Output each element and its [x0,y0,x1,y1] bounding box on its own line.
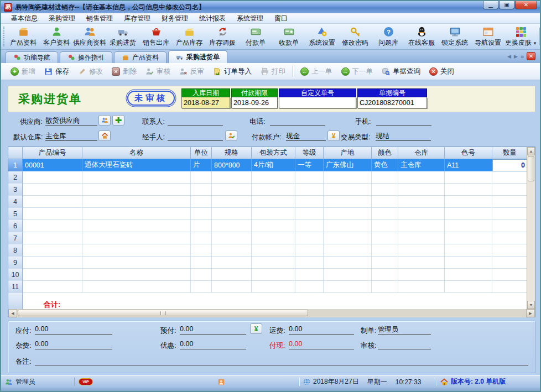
minimize-button[interactable]: ▁ [483,1,498,9]
receipt-bill-button[interactable]: 收款单 [272,24,305,49]
table-cell[interactable] [372,220,398,232]
col-grade[interactable]: 等级 [295,147,324,159]
stock-transfer-button[interactable]: 库存调拨 [206,24,239,49]
menu-window[interactable]: 窗口 [269,13,293,24]
table-cell[interactable] [295,244,324,257]
table-cell[interactable] [191,171,212,184]
table-cell[interactable] [324,220,372,232]
table-cell[interactable] [295,196,324,208]
tab-scroll-right-icon[interactable]: ▶ [514,54,518,59]
mobile-input[interactable] [376,116,431,126]
table-cell[interactable] [23,257,82,269]
handler-lookup-button[interactable] [225,130,237,141]
table-cell[interactable] [82,257,191,269]
online-service-button[interactable]: 在线客服 [405,24,438,49]
table-cell[interactable] [324,244,372,257]
table-cell[interactable] [372,281,398,293]
table-cell[interactable] [398,220,445,232]
supplier-data-button[interactable]: 供应商资料 [73,24,106,49]
table-cell[interactable] [252,257,295,269]
table-cell[interactable] [445,244,492,257]
table-cell[interactable] [212,232,252,244]
table-cell[interactable] [398,208,445,220]
table-cell[interactable] [295,208,324,220]
table-cell[interactable] [324,196,372,208]
table-cell[interactable] [445,257,492,269]
table-cell[interactable] [492,257,528,269]
table-cell[interactable] [23,269,82,281]
table-cell[interactable] [324,269,372,281]
menu-purchase[interactable]: 采购管理 [43,13,81,24]
table-row[interactable]: 5 [8,208,528,220]
audit-button[interactable]: 审核 [142,65,174,78]
table-cell[interactable] [372,184,398,196]
table-cell[interactable] [398,171,445,184]
menu-sales[interactable]: 销售管理 [81,13,118,24]
tab-function-nav[interactable]: 功能导航 [6,51,58,63]
table-cell[interactable] [191,232,212,244]
product-data-button[interactable]: 产品资料 [7,24,40,49]
table-cell[interactable] [252,220,295,232]
table-cell[interactable] [252,184,295,196]
table-cell[interactable] [492,184,528,196]
table-row[interactable]: 3 [8,184,528,196]
table-cell[interactable] [398,269,445,281]
table-cell[interactable] [212,257,252,269]
freight-value[interactable]: 0.00 [289,325,354,334]
table-cell[interactable] [191,257,212,269]
modify-button[interactable]: 修改 [74,65,107,78]
table-cell[interactable] [492,244,528,257]
horizontal-scroll-thumb[interactable] [18,310,308,316]
table-cell[interactable] [23,184,82,196]
supplier-input[interactable]: 散货供应商 [45,116,97,126]
table-cell[interactable] [82,232,191,244]
table-cell[interactable] [324,171,372,184]
table-cell[interactable] [398,281,445,293]
table-cell[interactable] [372,269,398,281]
row-number[interactable]: 4 [8,196,23,208]
col-packing[interactable]: 包装方式 [252,147,295,159]
table-cell[interactable] [191,184,212,196]
table-cell[interactable] [23,244,82,257]
trade-type-input[interactable]: 现结 [376,132,431,141]
col-qty[interactable]: 数量 [492,147,528,159]
remark-input[interactable] [35,356,528,365]
table-cell[interactable] [82,196,191,208]
doc-query-button[interactable]: 单据查询 [378,65,424,78]
table-cell[interactable] [191,196,212,208]
custom-doc-no-value[interactable] [279,97,356,108]
table-cell[interactable] [398,257,445,269]
table-cell[interactable] [445,281,492,293]
table-cell[interactable] [212,171,252,184]
table-cell[interactable] [295,269,324,281]
table-cell[interactable] [212,220,252,232]
table-cell[interactable] [23,232,82,244]
table-cell[interactable] [82,208,191,220]
table-cell[interactable] [398,244,445,257]
table-cell[interactable] [445,232,492,244]
table-cell[interactable] [82,281,191,293]
menu-inventory[interactable]: 库存管理 [118,13,156,24]
vertical-scroll-thumb[interactable] [528,156,534,181]
change-skin-button[interactable]: 更换皮肤▼ [504,24,538,49]
table-cell[interactable] [23,220,82,232]
table-cell[interactable] [82,244,191,257]
table-cell[interactable] [492,269,528,281]
table-cell[interactable] [398,232,445,244]
table-cell[interactable] [23,196,82,208]
purchase-in-button[interactable]: 采购进货 [106,24,139,49]
table-cell[interactable] [324,184,372,196]
question-bank-button[interactable]: ? 问题库 [372,24,405,49]
table-row[interactable]: 4 [8,196,528,208]
menu-finance[interactable]: 财务管理 [156,13,194,24]
change-password-button[interactable]: 修改密码 [339,24,372,49]
row-number[interactable]: 6 [8,220,23,232]
table-cell[interactable] [445,208,492,220]
table-row[interactable]: 11 [8,281,528,293]
table-cell[interactable] [295,171,324,184]
table-cell[interactable] [295,232,324,244]
prepaid-lookup-button[interactable]: ¥ [250,323,262,334]
add-supplier-button[interactable]: ✚ [112,115,124,126]
table-cell[interactable] [212,244,252,257]
maximize-button[interactable]: ▣ [499,1,514,9]
